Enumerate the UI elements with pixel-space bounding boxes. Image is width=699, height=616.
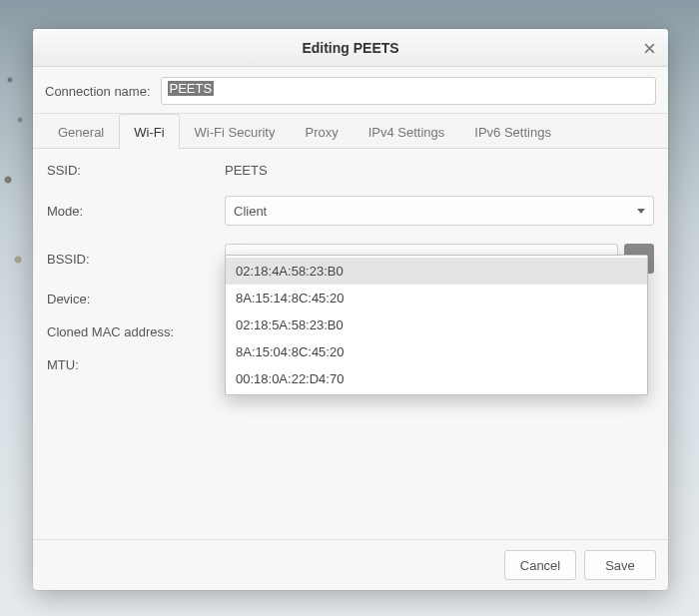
close-button[interactable] [636,35,662,61]
tab-wifi[interactable]: Wi-Fi [119,114,179,149]
dialog-footer: Cancel Save [33,539,668,590]
connection-name-input[interactable]: PEETS [161,77,656,105]
close-icon [644,43,655,54]
tab-ipv6-settings[interactable]: IPv6 Settings [459,114,566,149]
ssid-label: SSID: [47,163,217,178]
bssid-option[interactable]: 8A:15:04:8C:45:20 [226,338,647,365]
bssid-option[interactable]: 8A:15:14:8C:45:20 [226,285,647,311]
bssid-option[interactable]: 00:18:0A:22:D4:70 [226,365,647,392]
cancel-button[interactable]: Cancel [504,550,576,580]
tab-wifi-security[interactable]: Wi-Fi Security [180,114,291,149]
bssid-dropdown-list[interactable]: 02:18:4A:58:23:B0 8A:15:14:8C:45:20 02:1… [225,255,648,395]
chevron-down-icon [637,209,645,214]
tab-ipv4-settings[interactable]: IPv4 Settings [353,114,460,149]
tab-general[interactable]: General [43,114,119,149]
bssid-label: BSSID: [47,252,217,267]
titlebar: Editing PEETS [33,29,668,67]
connection-name-value: PEETS [168,81,215,96]
tab-proxy[interactable]: Proxy [290,114,352,149]
tab-bar: General Wi-Fi Wi-Fi Security Proxy IPv4 … [33,114,668,149]
mode-combobox[interactable]: Client [225,196,654,226]
connection-name-row: Connection name: PEETS [33,67,668,114]
device-label: Device: [47,292,217,307]
wifi-form: SSID: PEETS Mode: Client BSSID: Device: … [33,149,668,539]
mtu-label: MTU: [47,357,217,372]
network-editor-dialog: Editing PEETS Connection name: PEETS Gen… [33,29,668,590]
save-button[interactable]: Save [584,550,656,580]
connection-name-label: Connection name: [45,84,151,99]
mode-label: Mode: [47,204,217,219]
bssid-option[interactable]: 02:18:5A:58:23:B0 [226,311,647,338]
bssid-option[interactable]: 02:18:4A:58:23:B0 [226,258,647,285]
mode-value: Client [234,204,637,219]
ssid-value: PEETS [225,163,654,178]
cloned-mac-label: Cloned MAC address: [47,324,217,339]
dialog-title: Editing PEETS [302,40,398,56]
